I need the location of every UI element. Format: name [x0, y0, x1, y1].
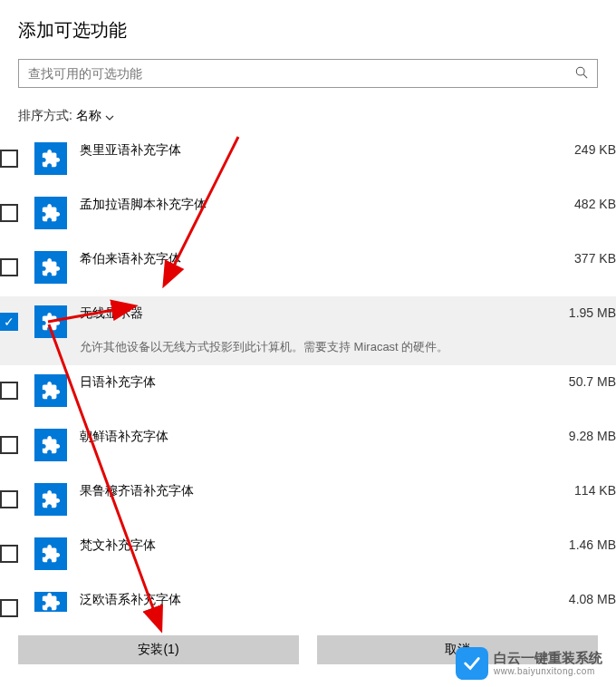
chevron-down-icon — [105, 109, 114, 123]
feature-name: 无线显示器 — [80, 305, 143, 322]
checkmark-icon: ✓ — [4, 315, 14, 328]
feature-item[interactable]: ✓无线显示器1.95 MB允许其他设备以无线方式投影到此计算机。需要支持 Mir… — [0, 296, 616, 365]
feature-name: 希伯来语补充字体 — [80, 251, 181, 267]
svg-point-0 — [576, 67, 584, 75]
feature-name: 泛欧语系补充字体 — [80, 592, 181, 608]
feature-item[interactable]: 日语补充字体50.7 MB — [0, 365, 616, 420]
feature-name: 梵文补充字体 — [80, 537, 156, 554]
feature-size: 1.95 MB — [569, 305, 616, 320]
feature-name: 日语补充字体 — [80, 374, 156, 391]
feature-item[interactable]: 梵文补充字体1.46 MB — [0, 528, 616, 583]
install-button[interactable]: 安装(1) — [18, 635, 299, 664]
feature-item[interactable]: 朝鲜语补充字体9.28 MB — [0, 420, 616, 474]
sort-dropdown[interactable]: 名称 — [76, 108, 114, 124]
search-input[interactable] — [28, 66, 575, 81]
puzzle-icon — [34, 251, 67, 284]
feature-size: 482 KB — [574, 197, 616, 211]
puzzle-icon — [34, 537, 67, 570]
feature-checkbox[interactable]: ✓ — [0, 313, 18, 331]
feature-checkbox[interactable] — [0, 382, 18, 400]
watermark: 白云一键重装系统 www.baiyunxitong.com — [456, 647, 602, 680]
feature-checkbox[interactable] — [0, 436, 18, 454]
feature-list: 奥里亚语补充字体249 KB孟加拉语脚本补充字体482 KB希伯来语补充字体37… — [0, 133, 616, 637]
feature-content: 朝鲜语补充字体9.28 MB — [80, 429, 616, 445]
feature-name: 奥里亚语补充字体 — [80, 142, 181, 159]
feature-description: 允许其他设备以无线方式投影到此计算机。需要支持 Miracast 的硬件。 — [80, 338, 616, 356]
feature-item[interactable]: 希伯来语补充字体377 KB — [0, 242, 616, 296]
puzzle-icon — [34, 483, 67, 516]
feature-content: 孟加拉语脚本补充字体482 KB — [80, 197, 616, 213]
watermark-title: 白云一键重装系统 — [494, 651, 602, 666]
puzzle-icon — [34, 374, 67, 407]
feature-name: 孟加拉语脚本补充字体 — [80, 197, 207, 213]
search-icon[interactable] — [575, 66, 588, 82]
feature-checkbox[interactable] — [0, 490, 18, 508]
feature-size: 249 KB — [574, 142, 616, 157]
feature-item[interactable]: 泛欧语系补充字体4.08 MB — [0, 583, 616, 637]
feature-size: 1.46 MB — [569, 537, 616, 552]
puzzle-icon — [34, 142, 67, 175]
puzzle-icon — [34, 592, 67, 612]
puzzle-icon — [34, 429, 67, 461]
page-title: 添加可选功能 — [18, 18, 598, 43]
feature-size: 114 KB — [574, 483, 616, 498]
feature-size: 50.7 MB — [569, 374, 616, 389]
feature-name: 果鲁穆齐语补充字体 — [80, 483, 194, 499]
feature-size: 9.28 MB — [569, 429, 616, 443]
svg-line-1 — [583, 74, 587, 78]
search-box[interactable] — [18, 59, 598, 88]
puzzle-icon — [34, 197, 67, 229]
feature-content: 日语补充字体50.7 MB — [80, 374, 616, 391]
watermark-url: www.baiyunxitong.com — [494, 666, 602, 676]
feature-content: 无线显示器1.95 MB允许其他设备以无线方式投影到此计算机。需要支持 Mira… — [80, 305, 616, 356]
feature-content: 奥里亚语补充字体249 KB — [80, 142, 616, 159]
sort-label: 排序方式: — [18, 108, 72, 124]
feature-content: 果鲁穆齐语补充字体114 KB — [80, 483, 616, 499]
feature-checkbox[interactable] — [0, 545, 18, 563]
sort-row: 排序方式: 名称 — [18, 108, 598, 124]
feature-item[interactable]: 孟加拉语脚本补充字体482 KB — [0, 188, 616, 242]
feature-checkbox[interactable] — [0, 204, 18, 222]
feature-size: 4.08 MB — [569, 592, 616, 606]
feature-content: 希伯来语补充字体377 KB — [80, 251, 616, 267]
feature-item[interactable]: 奥里亚语补充字体249 KB — [0, 133, 616, 188]
feature-checkbox[interactable] — [0, 599, 18, 617]
watermark-logo-icon — [456, 647, 488, 680]
feature-content: 泛欧语系补充字体4.08 MB — [80, 592, 616, 608]
feature-size: 377 KB — [574, 251, 616, 266]
feature-checkbox[interactable] — [0, 258, 18, 276]
puzzle-icon — [34, 305, 67, 338]
feature-content: 梵文补充字体1.46 MB — [80, 537, 616, 554]
feature-item[interactable]: 果鲁穆齐语补充字体114 KB — [0, 474, 616, 528]
sort-value-text: 名称 — [76, 108, 101, 124]
feature-name: 朝鲜语补充字体 — [80, 429, 168, 445]
feature-checkbox[interactable] — [0, 150, 18, 168]
